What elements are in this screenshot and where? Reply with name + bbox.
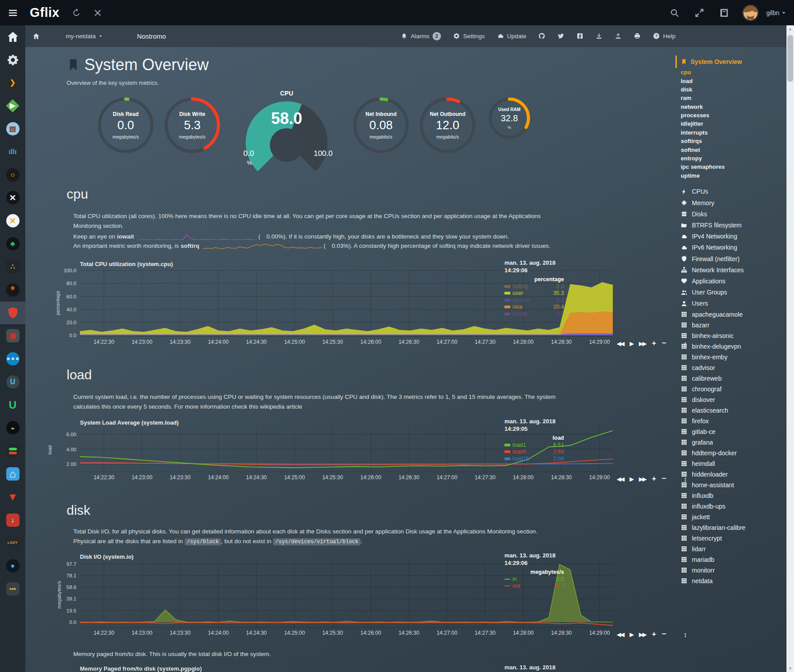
app-emby-icon[interactable]: ▶ [0,94,25,117]
app-unifi-icon[interactable]: U [0,370,25,394]
chart-plot[interactable]: percentage 100.080.060.040.020.00.0 man.… [80,269,613,337]
app-grafana-icon[interactable]: * [0,278,25,302]
fullscreen-icon[interactable] [694,8,705,18]
app-netdata-icon[interactable] [0,302,25,325]
avatar[interactable] [742,4,759,21]
pan-right-button[interactable]: ▶▶ [639,631,646,638]
menu-section-disks[interactable]: Disks [681,208,786,219]
gauge-net-outbound[interactable]: Net Outbound 12.0 megabits/s [414,96,481,157]
scroll-up-arrow[interactable]: ▲ [786,25,794,32]
hamburger-menu-icon[interactable] [8,8,18,18]
menu-app-apacheguacamole[interactable]: apacheguacamole [681,309,786,320]
legend-iowait[interactable]: iowait 0.0 [504,310,564,318]
legend-in[interactable]: in 0.0 [504,576,564,583]
menu-item-softnet[interactable]: softnet [681,145,786,154]
app-diskover-icon[interactable]: ∴ [0,255,25,278]
zoom-out-button[interactable]: − [662,339,667,348]
menu-app-chronograf[interactable]: chronograf [681,384,786,394]
menu-item-load[interactable]: load [681,76,786,85]
zoom-in-button[interactable]: + [652,474,656,483]
menu-app-influxdb-ups[interactable]: influxdb-ups [681,501,786,512]
scrollbar-thumb[interactable] [787,35,793,82]
app-sabnzbd-icon[interactable]: sab [0,577,25,600]
zoom-in-button[interactable]: + [652,630,656,639]
legend-load5[interactable]: load5 2.68 [504,449,564,456]
search-icon[interactable] [669,8,680,18]
menu-item-disk[interactable]: disk [681,85,786,94]
menu-app-hiddenloader[interactable]: hiddenloader [681,469,786,480]
zoom-out-button[interactable]: − [662,630,667,639]
menu-section-ipv6[interactable]: IPv6 Networking [681,242,786,253]
legend-user[interactable]: user 35.3 [504,290,564,297]
settings-button[interactable]: Settings [453,32,485,40]
app-tautulli-icon[interactable]: ❯ [0,72,25,95]
pan-right-button[interactable]: ▶▶ [639,340,646,347]
menu-section-users[interactable]: Users [681,298,786,309]
legend-out[interactable]: out -5.3 [504,582,564,589]
play-button[interactable]: ▶ [630,631,633,638]
pan-left-button[interactable]: ◀◀ [617,340,624,347]
app-sickchill-icon[interactable]: ♣ [0,232,25,255]
menu-section-system-overview[interactable]: System Overview [675,56,786,68]
menu-app-heimdall[interactable]: heimdall [681,458,786,469]
menu-app-binhex-emby[interactable]: binhex-emby [681,352,786,362]
legend-load15[interactable]: load15 2.06 [504,455,564,462]
menu-app-calibreweb[interactable]: calibreweb [681,373,786,384]
twitter-link[interactable] [557,32,564,40]
changelog-book-icon[interactable] [719,8,730,18]
app-home-assistant-icon[interactable]: ⌂ [0,462,25,485]
app-ubooquity-icon[interactable]: U [0,394,25,417]
menu-app-lazylibrarian-calibre[interactable]: lazylibrarian-calibre [681,522,786,533]
menu-app-bazarr[interactable]: bazarr [681,320,786,330]
iowait-sparkline[interactable] [138,233,257,240]
menu-item-entropy[interactable]: entropy [681,154,786,163]
menu-app-lidarr[interactable]: lidarr [681,544,786,554]
menu-item-cpu[interactable]: cpu [681,68,786,76]
app-organizr-drop-icon[interactable]: ● [0,554,25,577]
load-chart[interactable]: System Load Average (system.load) load 6… [80,419,699,482]
scrollbar[interactable]: ▲ ▼ [786,25,794,672]
menu-section-applications[interactable]: Applications [681,275,786,286]
zoom-out-button[interactable]: − [662,474,667,483]
gauge-cpu[interactable]: CPU 58.0 0.0100.0 % [234,90,339,166]
cpu-chart[interactable]: Total CPU utilization (system.cpu) perce… [80,261,699,347]
settings-gear-icon[interactable] [0,48,25,72]
menu-item-uptime[interactable]: uptime [681,171,786,180]
menu-item-idlejitter[interactable]: idlejitter [681,119,786,128]
menu-app-jackett[interactable]: jackett [681,512,786,522]
app-youtubedl-icon[interactable]: ↓ [0,509,25,532]
legend-softirq[interactable]: softirq 0.0 [504,283,564,290]
user-menu[interactable]: gilbn [766,9,786,16]
menu-item-network[interactable]: network [681,103,786,111]
home-icon[interactable] [0,25,25,48]
menu-item-processes[interactable]: processes [681,111,786,119]
app-couchpotato-icon[interactable]: × [0,187,25,210]
import-snapshot-button[interactable] [615,32,622,40]
hostname[interactable]: Nostromo [137,32,166,40]
update-button[interactable]: Update [497,32,527,40]
menu-app-mariadb[interactable]: mariadb [681,554,786,565]
app-airsonic-icon[interactable]: ıllı [0,140,25,163]
menu-section-ipv4[interactable]: IPv4 Networking [681,231,786,242]
menu-app-cadvisor[interactable]: cadvisor [681,362,786,373]
app-calibre-web-icon[interactable]: ▤ [0,117,25,140]
gauge-used-ram[interactable]: Used RAM 32.8 % [481,96,538,143]
play-button[interactable]: ▶ [630,340,633,347]
legend-nice[interactable]: nice 20.4 [504,303,564,310]
menu-app-influxdb[interactable]: influxdb [681,490,786,501]
menu-section-firewall[interactable]: Firewall (netfilter) [681,253,786,264]
help-button[interactable]: ? Help [653,32,675,40]
home-icon[interactable] [32,32,40,40]
menu-app-gitlab-ce[interactable]: gitlab-ce [681,426,786,437]
menu-item-softirqs[interactable]: softirqs [681,137,786,145]
app-bowl-icon[interactable]: ◒ [0,417,25,440]
menu-app-hddtemp-docker[interactable]: hddtemp-docker [681,448,786,458]
resize-handle[interactable]: ↕ [684,631,687,638]
gauge-disk-write[interactable]: Disk Write 5.3 megabytes/s [159,96,226,157]
softirq-sparkline[interactable] [203,243,322,249]
menu-section-user-groups[interactable]: User Groups [681,287,786,298]
facebook-link[interactable] [576,32,584,40]
menu-app-home-assistant[interactable]: home-assistant [681,480,786,490]
chart-plot[interactable]: megabytes/s 97.778.158.639.119.50.0 man.… [80,562,613,628]
pgpgio-chart[interactable]: Memory Paged from/to disk (system.pgpgio… [80,665,699,672]
